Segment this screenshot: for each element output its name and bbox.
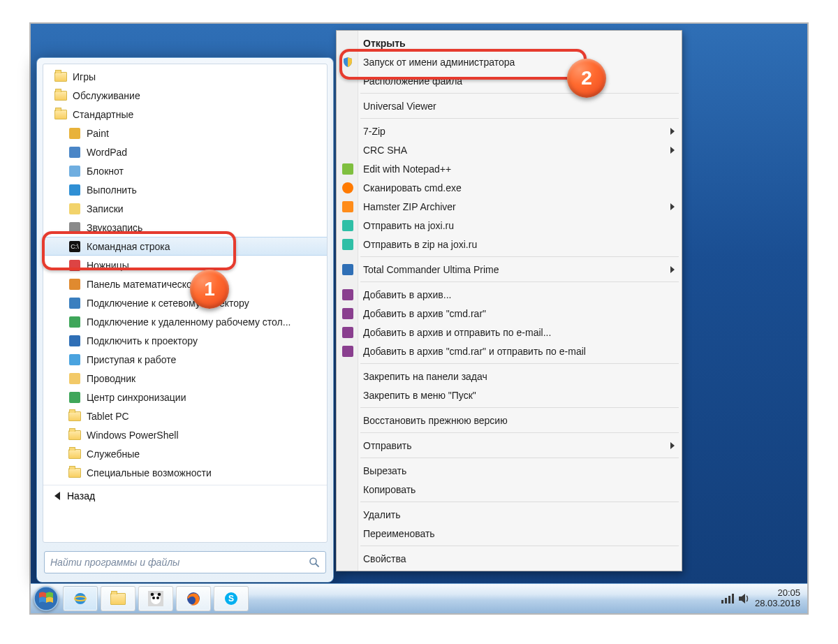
avast-icon (341, 182, 354, 194)
ctx-hamster-zip[interactable]: Hamster ZIP Archiver (337, 197, 682, 216)
svg-text:S: S (228, 594, 234, 603)
app-paint[interactable]: Paint (43, 124, 327, 142)
folder-label: Windows PowerShell (87, 430, 179, 441)
folder-label: Специальные возможности (87, 467, 212, 478)
ctx-rar-email[interactable]: Добавить в архив и отправить по e-mail..… (337, 323, 682, 342)
app-label: Записки (87, 203, 124, 214)
submenu-arrow-icon (670, 203, 675, 210)
svg-rect-17 (732, 594, 734, 603)
desktop: Игры Обслуживание Стандартные Paint Word… (31, 24, 807, 613)
app-notepad[interactable]: Блокнот (43, 161, 327, 180)
ctx-open[interactable]: Открыть (337, 34, 682, 52)
ctx-copy[interactable]: Копировать (337, 480, 682, 499)
app-wordpad[interactable]: WordPad (43, 142, 327, 161)
taskbar-firefox[interactable] (176, 586, 211, 611)
explorer-icon (68, 372, 81, 385)
network-icon[interactable] (721, 592, 734, 605)
app-label: Центр синхронизации (87, 392, 186, 403)
svg-point-3 (75, 593, 86, 604)
submenu-arrow-icon (670, 128, 675, 135)
separator (360, 256, 679, 257)
folder-icon (54, 89, 67, 102)
ctx-joxi-send[interactable]: Отправить на joxi.ru (337, 216, 682, 235)
start-menu-search[interactable]: Найти программы и файлы (44, 551, 326, 573)
ctx-restore-previous[interactable]: Восстановить прежнюю версию (337, 411, 682, 430)
clock[interactable]: 20:05 28.03.2018 (755, 588, 800, 609)
start-menu-back[interactable]: Назад (43, 485, 327, 506)
ctx-rar-add[interactable]: Добавить в архив... (337, 285, 682, 304)
projector-icon (68, 335, 81, 347)
volume-icon[interactable] (738, 592, 751, 605)
ctx-rename[interactable]: Переименовать (337, 524, 682, 543)
app-math-input[interactable]: Панель математического ода (43, 275, 327, 293)
ctx-properties[interactable]: Свойства (337, 549, 682, 568)
ctx-run-as-admin[interactable]: Запуск от имени администратора (337, 52, 682, 71)
rdp-icon (68, 316, 81, 328)
app-snipping-tool[interactable]: Ножницы (43, 256, 327, 275)
svg-rect-14 (721, 600, 723, 603)
app-label: Проводник (87, 373, 135, 384)
taskbar-ie[interactable] (63, 586, 98, 611)
app-network-projector[interactable]: Подключение к сетевому проектору (43, 293, 327, 312)
separator (360, 93, 679, 94)
ctx-edit-notepadpp[interactable]: Edit with Notepad++ (337, 159, 682, 178)
folder-system-tools[interactable]: Служебные (43, 444, 327, 463)
app-sync-center[interactable]: Центр синхронизации (43, 388, 327, 407)
taskbar: S 20:05 28.03.2018 (31, 583, 807, 613)
separator (360, 407, 679, 408)
svg-line-1 (316, 564, 318, 566)
ctx-pin-start[interactable]: Закрепить в меню "Пуск" (337, 386, 682, 404)
submenu-arrow-icon (670, 147, 675, 154)
svg-rect-16 (728, 596, 730, 603)
folder-maintenance[interactable]: Обслуживание (43, 86, 327, 105)
folder-label: Игры (73, 71, 96, 82)
taskbar-skype[interactable]: S (214, 586, 249, 611)
ctx-rar-cmd-email[interactable]: Добавить в архив "cmd.rar" и отправить п… (337, 342, 682, 360)
ctx-pin-taskbar[interactable]: Закрепить на панели задач (337, 367, 682, 386)
folder-games[interactable]: Игры (43, 67, 327, 86)
app-sound-recorder[interactable]: Звукозапись (43, 218, 327, 237)
folder-tablet-pc[interactable]: Tablet PC (43, 407, 327, 425)
system-tray: 20:05 28.03.2018 (721, 584, 807, 613)
app-label: Панель математического ода (87, 279, 220, 290)
separator (360, 432, 679, 433)
ctx-rar-cmd[interactable]: Добавить в архив "cmd.rar" (337, 304, 682, 323)
separator (360, 546, 679, 546)
clock-time: 20:05 (755, 588, 800, 599)
ctx-7zip[interactable]: 7-Zip (337, 122, 682, 140)
app-explorer[interactable]: Проводник (43, 369, 327, 388)
paint-icon (68, 127, 81, 140)
network-projector-icon (68, 297, 81, 309)
app-run[interactable]: Выполнить (43, 180, 327, 199)
app-command-prompt[interactable]: C:\ Командная строка (43, 237, 327, 256)
ctx-send-to[interactable]: Отправить (337, 436, 682, 455)
ctx-universal-viewer[interactable]: Universal Viewer (337, 96, 682, 115)
folder-icon (68, 448, 81, 460)
folder-powershell[interactable]: Windows PowerShell (43, 425, 327, 444)
app-label: Блокнот (87, 166, 124, 177)
ctx-joxi-zip[interactable]: Отправить в zip на joxi.ru (337, 235, 682, 254)
ctx-crc-sha[interactable]: CRC SHA (337, 140, 682, 159)
folder-label: Служебные (87, 448, 140, 460)
taskbar-app-panda[interactable] (138, 586, 173, 611)
folder-ease-of-access[interactable]: Специальные возможности (43, 463, 327, 482)
app-remote-desktop[interactable]: Подключение к удаленному рабочему стол..… (43, 312, 327, 331)
ctx-delete[interactable]: Удалить (337, 505, 682, 524)
ctx-total-commander[interactable]: Total Commander Ultima Prime (337, 260, 682, 279)
folder-icon (68, 467, 81, 479)
app-sticky-notes[interactable]: Записки (43, 199, 327, 218)
app-connect-projector[interactable]: Подключить к проектору (43, 331, 327, 350)
svg-point-10 (158, 593, 161, 597)
app-getting-started[interactable]: Приступая к работе (43, 350, 327, 369)
microphone-icon (68, 221, 81, 234)
ctx-file-location[interactable]: Расположение файла (337, 71, 682, 90)
ctx-cut[interactable]: Вырезать (337, 461, 682, 480)
hamster-icon (341, 200, 354, 213)
ctx-avast-scan[interactable]: Сканировать cmd.exe (337, 178, 682, 197)
start-button[interactable] (31, 584, 61, 613)
svg-point-9 (151, 593, 154, 597)
folder-accessories[interactable]: Стандартные (43, 105, 327, 124)
folder-icon (68, 429, 81, 441)
joxi-icon (341, 238, 354, 251)
taskbar-explorer[interactable] (101, 586, 135, 611)
